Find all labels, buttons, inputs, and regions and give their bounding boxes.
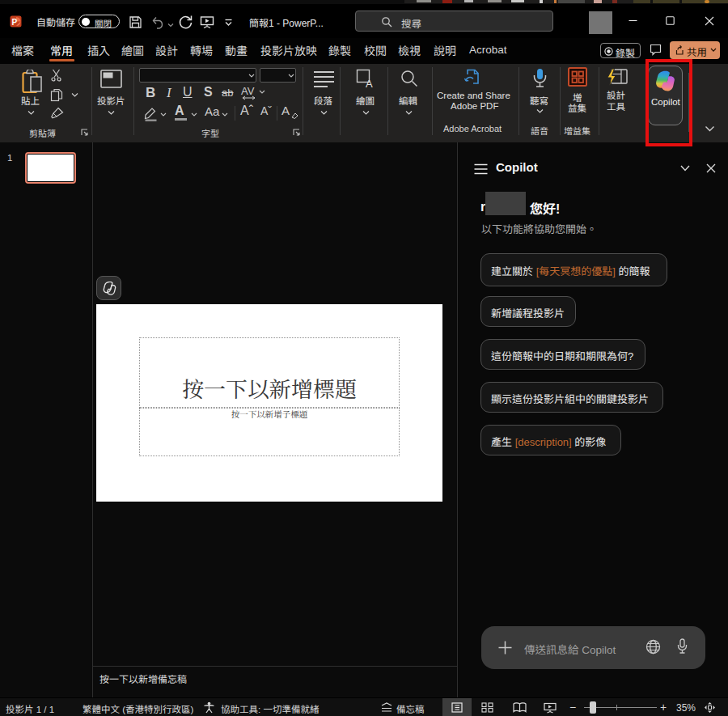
svg-text:P: P [12, 18, 18, 27]
svg-text:A: A [366, 78, 373, 89]
